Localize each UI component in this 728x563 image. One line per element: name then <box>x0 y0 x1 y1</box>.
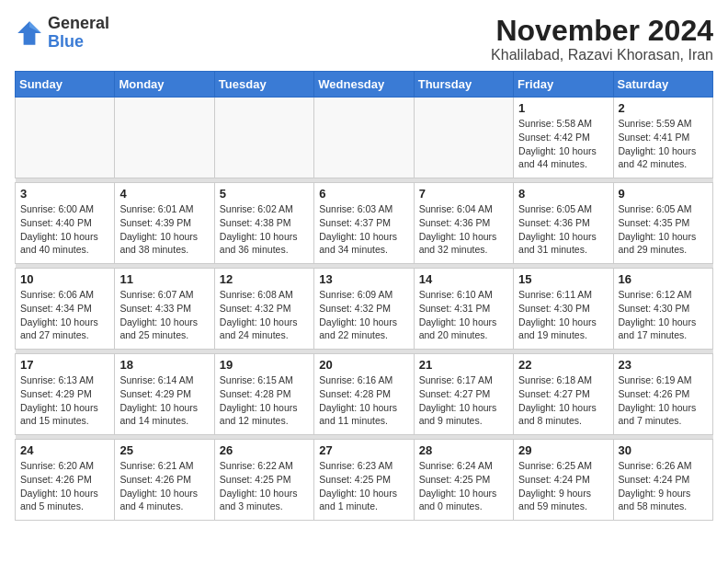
day-info: Sunrise: 6:10 AM Sunset: 4:31 PM Dayligh… <box>419 288 508 342</box>
day-info: Sunrise: 6:26 AM Sunset: 4:24 PM Dayligh… <box>619 459 708 513</box>
day-number: 25 <box>119 443 209 457</box>
calendar-day-cell: 4Sunrise: 6:01 AM Sunset: 4:39 PM Daylig… <box>115 183 214 264</box>
weekday-header: Tuesday <box>214 72 313 98</box>
day-info: Sunrise: 6:02 AM Sunset: 4:38 PM Dayligh… <box>220 202 309 257</box>
calendar-day-cell: 12Sunrise: 6:08 AM Sunset: 4:32 PM Dayli… <box>214 269 313 350</box>
weekday-header: Monday <box>115 72 214 98</box>
day-info: Sunrise: 6:22 AM Sunset: 4:25 PM Dayligh… <box>220 459 309 513</box>
day-info: Sunrise: 6:13 AM Sunset: 4:29 PM Dayligh… <box>20 373 109 428</box>
calendar-day-cell <box>314 98 414 178</box>
calendar-day-cell: 2Sunrise: 5:59 AM Sunset: 4:41 PM Daylig… <box>613 98 712 178</box>
day-number: 12 <box>220 272 309 286</box>
calendar-day-cell: 10Sunrise: 6:06 AM Sunset: 4:34 PM Dayli… <box>16 269 115 350</box>
day-number: 14 <box>419 272 508 286</box>
day-number: 18 <box>119 358 209 372</box>
calendar-day-cell: 1Sunrise: 5:58 AM Sunset: 4:42 PM Daylig… <box>514 98 613 178</box>
day-number: 9 <box>619 187 708 201</box>
calendar-day-cell: 22Sunrise: 6:18 AM Sunset: 4:27 PM Dayli… <box>514 354 613 435</box>
day-number: 22 <box>518 358 608 372</box>
day-number: 27 <box>319 443 408 457</box>
calendar-day-cell: 7Sunrise: 6:04 AM Sunset: 4:36 PM Daylig… <box>414 183 513 264</box>
day-info: Sunrise: 6:25 AM Sunset: 4:24 PM Dayligh… <box>518 459 608 513</box>
calendar-day-cell <box>214 98 313 178</box>
day-info: Sunrise: 6:18 AM Sunset: 4:27 PM Dayligh… <box>518 373 608 428</box>
calendar-day-cell: 18Sunrise: 6:14 AM Sunset: 4:29 PM Dayli… <box>115 354 214 435</box>
calendar-day-cell: 6Sunrise: 6:03 AM Sunset: 4:37 PM Daylig… <box>314 183 414 264</box>
calendar-day-cell: 19Sunrise: 6:15 AM Sunset: 4:28 PM Dayli… <box>214 354 313 435</box>
calendar-day-cell: 24Sunrise: 6:20 AM Sunset: 4:26 PM Dayli… <box>16 440 115 521</box>
day-info: Sunrise: 6:19 AM Sunset: 4:26 PM Dayligh… <box>619 373 708 428</box>
weekday-header: Thursday <box>414 72 513 98</box>
day-info: Sunrise: 6:23 AM Sunset: 4:25 PM Dayligh… <box>319 459 408 513</box>
calendar-day-cell: 23Sunrise: 6:19 AM Sunset: 4:26 PM Dayli… <box>613 354 712 435</box>
day-number: 30 <box>619 443 708 457</box>
calendar-day-cell: 20Sunrise: 6:16 AM Sunset: 4:28 PM Dayli… <box>314 354 414 435</box>
day-number: 21 <box>419 358 508 372</box>
calendar-day-cell: 26Sunrise: 6:22 AM Sunset: 4:25 PM Dayli… <box>214 440 313 521</box>
day-number: 19 <box>220 358 309 372</box>
day-info: Sunrise: 6:14 AM Sunset: 4:29 PM Dayligh… <box>119 373 209 428</box>
weekday-header: Sunday <box>16 72 115 98</box>
calendar-table: SundayMondayTuesdayWednesdayThursdayFrid… <box>15 71 713 521</box>
day-number: 23 <box>619 358 708 372</box>
day-info: Sunrise: 6:06 AM Sunset: 4:34 PM Dayligh… <box>20 288 109 342</box>
calendar-day-cell: 30Sunrise: 6:26 AM Sunset: 4:24 PM Dayli… <box>613 440 712 521</box>
calendar-day-cell <box>115 98 214 178</box>
calendar-day-cell: 25Sunrise: 6:21 AM Sunset: 4:26 PM Dayli… <box>115 440 214 521</box>
calendar-day-cell: 17Sunrise: 6:13 AM Sunset: 4:29 PM Dayli… <box>16 354 115 435</box>
day-number: 24 <box>20 443 109 457</box>
day-info: Sunrise: 6:08 AM Sunset: 4:32 PM Dayligh… <box>220 288 309 342</box>
calendar-day-cell: 13Sunrise: 6:09 AM Sunset: 4:32 PM Dayli… <box>314 269 414 350</box>
calendar-day-cell <box>16 98 115 178</box>
calendar-day-cell <box>414 98 513 178</box>
calendar-day-cell: 8Sunrise: 6:05 AM Sunset: 4:36 PM Daylig… <box>514 183 613 264</box>
logo-icon <box>15 18 44 48</box>
day-number: 11 <box>119 272 209 286</box>
calendar-day-cell: 16Sunrise: 6:12 AM Sunset: 4:30 PM Dayli… <box>613 269 712 350</box>
calendar-day-cell: 5Sunrise: 6:02 AM Sunset: 4:38 PM Daylig… <box>214 183 313 264</box>
day-number: 15 <box>518 272 608 286</box>
calendar-day-cell: 21Sunrise: 6:17 AM Sunset: 4:27 PM Dayli… <box>414 354 513 435</box>
day-number: 8 <box>518 187 608 201</box>
day-info: Sunrise: 6:01 AM Sunset: 4:39 PM Dayligh… <box>119 202 209 257</box>
day-info: Sunrise: 6:07 AM Sunset: 4:33 PM Dayligh… <box>119 288 209 342</box>
day-info: Sunrise: 6:09 AM Sunset: 4:32 PM Dayligh… <box>319 288 408 342</box>
location-title: Khalilabad, Razavi Khorasan, Iran <box>491 47 713 63</box>
weekday-header-row: SundayMondayTuesdayWednesdayThursdayFrid… <box>16 72 713 98</box>
day-info: Sunrise: 6:20 AM Sunset: 4:26 PM Dayligh… <box>20 459 109 513</box>
month-title: November 2024 <box>491 15 713 47</box>
day-number: 10 <box>20 272 109 286</box>
day-number: 1 <box>518 101 608 115</box>
weekday-header: Wednesday <box>314 72 414 98</box>
calendar-week-row: 17Sunrise: 6:13 AM Sunset: 4:29 PM Dayli… <box>16 354 713 435</box>
day-number: 3 <box>20 187 109 201</box>
calendar-week-row: 24Sunrise: 6:20 AM Sunset: 4:26 PM Dayli… <box>16 440 713 521</box>
calendar-day-cell: 29Sunrise: 6:25 AM Sunset: 4:24 PM Dayli… <box>514 440 613 521</box>
day-info: Sunrise: 6:17 AM Sunset: 4:27 PM Dayligh… <box>419 373 508 428</box>
title-block: November 2024 Khalilabad, Razavi Khorasa… <box>491 15 713 63</box>
page-header: General Blue November 2024 Khalilabad, R… <box>15 15 713 63</box>
day-info: Sunrise: 5:59 AM Sunset: 4:41 PM Dayligh… <box>619 117 708 171</box>
weekday-header: Friday <box>514 72 613 98</box>
day-number: 6 <box>319 187 408 201</box>
day-number: 2 <box>619 101 708 115</box>
calendar-day-cell: 27Sunrise: 6:23 AM Sunset: 4:25 PM Dayli… <box>314 440 414 521</box>
day-info: Sunrise: 6:24 AM Sunset: 4:25 PM Dayligh… <box>419 459 508 513</box>
day-number: 20 <box>319 358 408 372</box>
calendar-day-cell: 11Sunrise: 6:07 AM Sunset: 4:33 PM Dayli… <box>115 269 214 350</box>
logo-text: General Blue <box>48 15 109 52</box>
calendar-day-cell: 3Sunrise: 6:00 AM Sunset: 4:40 PM Daylig… <box>16 183 115 264</box>
calendar-day-cell: 28Sunrise: 6:24 AM Sunset: 4:25 PM Dayli… <box>414 440 513 521</box>
day-info: Sunrise: 6:00 AM Sunset: 4:40 PM Dayligh… <box>20 202 109 257</box>
calendar-week-row: 10Sunrise: 6:06 AM Sunset: 4:34 PM Dayli… <box>16 269 713 350</box>
weekday-header: Saturday <box>613 72 712 98</box>
day-info: Sunrise: 6:04 AM Sunset: 4:36 PM Dayligh… <box>419 202 508 257</box>
calendar-day-cell: 9Sunrise: 6:05 AM Sunset: 4:35 PM Daylig… <box>613 183 712 264</box>
day-number: 29 <box>518 443 608 457</box>
day-number: 16 <box>619 272 708 286</box>
day-info: Sunrise: 6:05 AM Sunset: 4:36 PM Dayligh… <box>518 202 608 257</box>
day-info: Sunrise: 6:12 AM Sunset: 4:30 PM Dayligh… <box>619 288 708 342</box>
day-info: Sunrise: 6:15 AM Sunset: 4:28 PM Dayligh… <box>220 373 309 428</box>
day-number: 7 <box>419 187 508 201</box>
day-number: 13 <box>319 272 408 286</box>
